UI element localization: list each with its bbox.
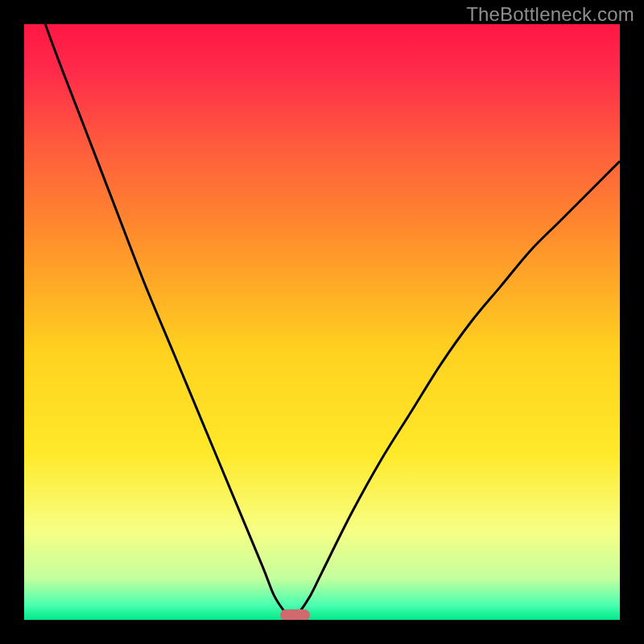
bottleneck-curve bbox=[24, 24, 620, 620]
plot-area bbox=[24, 24, 620, 620]
optimal-marker bbox=[280, 609, 310, 620]
chart-frame: TheBottleneck.com bbox=[0, 0, 644, 644]
watermark-text: TheBottleneck.com bbox=[466, 3, 634, 26]
